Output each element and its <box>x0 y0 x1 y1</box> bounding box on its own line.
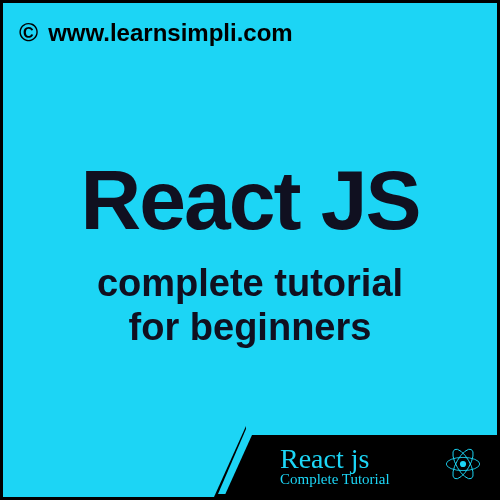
course-subtitle: complete tutorial for beginners <box>3 262 497 349</box>
badge-subtitle: Complete Tutorial <box>280 472 390 488</box>
badge-accent-shape <box>214 426 246 497</box>
site-url: www.learnsimpli.com <box>48 19 293 47</box>
main-content: React JS complete tutorial for beginners <box>3 158 497 349</box>
subtitle-line-1: complete tutorial <box>3 262 497 306</box>
course-title: React JS <box>3 158 497 242</box>
header: © www.learnsimpli.com <box>19 17 293 48</box>
subtitle-line-2: for beginners <box>3 306 497 350</box>
copyright-symbol: © <box>19 17 38 48</box>
svg-point-0 <box>460 461 466 467</box>
badge: React js Complete Tutorial <box>252 435 497 497</box>
react-icon <box>441 442 485 490</box>
badge-title: React js <box>280 444 390 473</box>
badge-text: React js Complete Tutorial <box>280 444 390 487</box>
